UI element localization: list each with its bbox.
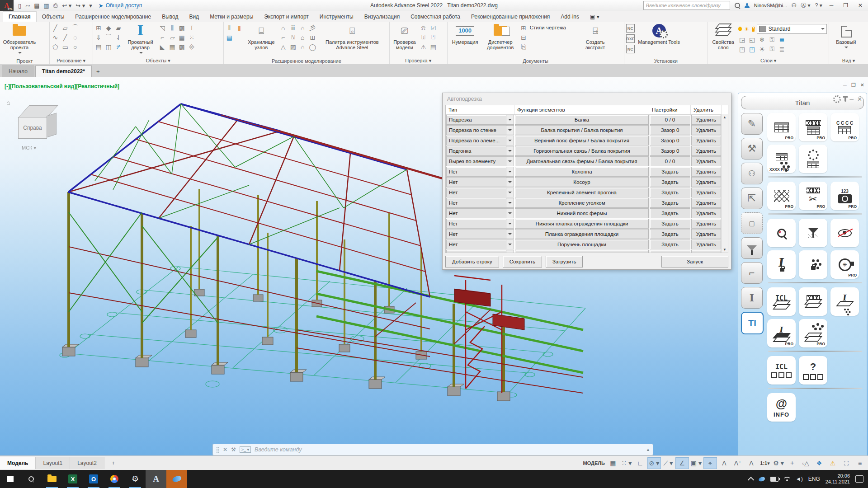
category-profile-button[interactable]: ⌐: [741, 262, 763, 284]
row-delete-button[interactable]: Удалить: [691, 229, 721, 239]
run-button[interactable]: Запуск: [661, 256, 728, 267]
ribbon-tab-метки-и-размеры[interactable]: Метки и размеры: [204, 12, 259, 22]
ribbon-tab-вид[interactable]: Вид: [184, 12, 204, 22]
tile-cut-truss-pro[interactable]: ✂PRO: [799, 182, 827, 210]
row-function-cell[interactable]: Колонна: [515, 167, 649, 177]
taskbar-chrome-button[interactable]: [104, 470, 125, 488]
flat-icon[interactable]: ▱: [169, 33, 176, 41]
redo-icon[interactable]: ↪ ▾: [75, 2, 85, 9]
truss-icon[interactable]: △: [279, 43, 287, 51]
layer-t5-icon[interactable]: ≣: [778, 36, 786, 43]
category-tools-button[interactable]: ⚒: [741, 138, 763, 160]
tile-hide-objects[interactable]: [830, 219, 859, 247]
row-settings-button[interactable]: Зазор 0: [650, 136, 690, 145]
row-function-cell[interactable]: Нижняя планка ограждения площадки: [515, 219, 649, 229]
tool-palette-button[interactable]: ⌺ Палитра инструментов Advance Steel: [318, 23, 386, 57]
tab-layout2[interactable]: Layout2: [70, 457, 104, 469]
layer-b3-icon[interactable]: ☀: [758, 45, 766, 53]
palette-settings-icon[interactable]: [833, 95, 841, 103]
home-icon[interactable]: ⌂: [299, 43, 307, 51]
zed-icon[interactable]: ▨: [289, 43, 297, 51]
new-file-icon[interactable]: ▯: [18, 2, 21, 9]
print-icon[interactable]: ⎙: [53, 2, 58, 9]
row-function-cell[interactable]: Планка ограждения площадки: [515, 229, 649, 239]
lineweight-icon[interactable]: Ʌ: [718, 458, 731, 469]
drawing-styles-icon[interactable]: ⊞: [520, 24, 528, 32]
polygon-icon[interactable]: ⬠: [52, 43, 59, 51]
row-delete-button[interactable]: Удалить: [691, 208, 721, 218]
object-snap-icon[interactable]: ▣ ▾: [690, 458, 703, 469]
arc-icon[interactable]: ⌒: [71, 24, 79, 32]
nc-settings-icon[interactable]: NC: [626, 45, 635, 53]
twin-profile-icon[interactable]: ⫼: [169, 24, 176, 32]
ribbon-tab-рекомендованные-приложения[interactable]: Рекомендованные приложения: [466, 12, 555, 22]
curve-beam-icon[interactable]: ⌒: [105, 33, 113, 41]
undo-icon[interactable]: ↩ ▾: [62, 2, 71, 9]
tile-structure-layers-pro[interactable]: PRO: [799, 319, 827, 347]
row-delete-button[interactable]: Удалить: [691, 198, 721, 208]
category-filter-button[interactable]: [741, 237, 763, 259]
cart-icon[interactable]: ⛁: [792, 2, 796, 9]
tile-info[interactable]: @INFO: [767, 393, 796, 422]
language-indicator[interactable]: ENG: [808, 476, 820, 482]
tile-frame-layers[interactable]: [799, 287, 827, 316]
autoscale-icon[interactable]: Ʌ: [745, 458, 758, 469]
dwg-close-icon[interactable]: ✕: [860, 82, 864, 88]
layer-t1-icon[interactable]: ◲: [738, 36, 746, 43]
row-type-select[interactable]: Нет: [446, 177, 514, 187]
open-file-icon[interactable]: ▱: [25, 2, 30, 9]
ribbon-tab-объекты[interactable]: Объекты: [37, 12, 70, 22]
share-button[interactable]: ➤Общий доступ: [99, 2, 142, 9]
row-delete-button[interactable]: Удалить: [691, 188, 721, 197]
model-space-badge[interactable]: МОДЕЛЬ: [582, 458, 605, 469]
notification-center-icon[interactable]: [855, 475, 863, 483]
row-delete-button[interactable]: Удалить: [691, 219, 721, 229]
autodesk-app-icon[interactable]: Ⓐ ▾: [801, 2, 810, 9]
nc-icon[interactable]: NC: [626, 24, 635, 33]
ortho-mode-icon[interactable]: ∟: [634, 458, 646, 469]
row-delete-button[interactable]: Удалить: [691, 125, 721, 135]
row-function-cell[interactable]: Прогон: [515, 250, 649, 253]
create-extract-button[interactable]: ⍈ Создать экстракт: [580, 23, 611, 57]
viewport-view-label[interactable]: [-][Пользовательский вид][Реалистичный]: [5, 83, 119, 89]
base-view-button[interactable]: Базовый: [831, 23, 861, 57]
frame-icon[interactable]: ⌂: [279, 24, 287, 32]
save-button[interactable]: Сохранить: [503, 256, 542, 267]
corner-icon[interactable]: ⌐: [279, 33, 287, 41]
file-tab-document[interactable]: Titan demo2022*: [35, 66, 92, 77]
row-type-select[interactable]: Нет: [446, 188, 514, 197]
load-button[interactable]: Загрузить: [546, 256, 583, 267]
tile-snapshot-pro[interactable]: 123PRO: [830, 182, 859, 210]
new-tab-button[interactable]: +: [93, 66, 104, 77]
customization-icon[interactable]: ≡: [854, 458, 866, 469]
row-delete-button[interactable]: Удалить: [691, 167, 721, 177]
palette-close-icon[interactable]: ✕: [857, 96, 862, 103]
panel-label-documents[interactable]: Документы: [448, 58, 624, 64]
mesh1-icon[interactable]: ▩: [178, 24, 186, 32]
layer-b4-icon[interactable]: ⚿: [768, 45, 776, 53]
dynamic-input-icon[interactable]: ⌖: [703, 457, 717, 469]
taskbar-advance-steel-button[interactable]: A: [146, 470, 166, 488]
dialog-scrollbar[interactable]: ▲ ▼: [721, 114, 728, 253]
battery-icon[interactable]: [770, 477, 778, 482]
check3-icon[interactable]: ⍗: [420, 33, 427, 41]
file-tab-start[interactable]: Начало: [2, 66, 34, 77]
plate-icon[interactable]: ▰: [115, 24, 123, 32]
clean-screen-icon[interactable]: ⛶: [840, 458, 853, 469]
tile-truss-tables-pro[interactable]: PRO: [799, 113, 827, 141]
row-type-select[interactable]: Нет: [446, 250, 514, 253]
ring-icon[interactable]: ◯: [309, 43, 316, 51]
polar-tracking-icon[interactable]: ⊘ ▾: [647, 457, 661, 469]
ribbon-tab-инструменты[interactable]: Инструменты: [314, 12, 359, 22]
category-user-button[interactable]: ⚇: [741, 163, 763, 184]
layer-select[interactable]: Standard: [757, 24, 827, 34]
tile-icl-layers[interactable]: ICL: [767, 287, 796, 316]
category-draw-button[interactable]: ✎: [741, 113, 763, 135]
layer-props-button[interactable]: Свойства слоя: [710, 23, 736, 57]
tile-update-profiles-locked[interactable]: I: [767, 250, 796, 279]
tile-turbo-pro[interactable]: PRO: [830, 250, 859, 279]
layer-t2-icon[interactable]: ◱: [748, 36, 756, 43]
viewcube[interactable]: ⌂ Справа МСК ▾: [14, 102, 63, 151]
tile-filter-objects[interactable]: [799, 219, 827, 247]
rolled-ibeam-button[interactable]: I Прокатный двутавр: [124, 23, 157, 57]
